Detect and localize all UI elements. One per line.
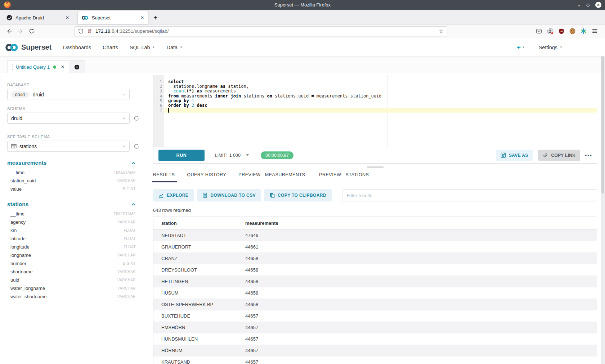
table-icon xyxy=(11,144,17,149)
chevron-down-icon xyxy=(122,145,126,147)
menu-hamburger-icon[interactable] xyxy=(592,28,598,34)
url-path: :32251/superset/sqllab/ xyxy=(118,28,169,34)
table-row: CRANZ 44658 xyxy=(153,253,597,264)
column-name: longitude xyxy=(10,244,30,250)
superset-logo[interactable]: Superset xyxy=(4,43,51,52)
close-query-tab-icon[interactable]: ✕ xyxy=(61,64,64,69)
column-name: uuid xyxy=(10,277,19,283)
new-menu-button[interactable]: +▼ xyxy=(517,44,525,51)
schema-value: druid xyxy=(11,115,122,121)
tab-close-icon[interactable]: ✕ xyxy=(65,15,70,20)
tab-results[interactable]: RESULTS xyxy=(153,172,175,182)
chevron-down-icon: ▼ xyxy=(522,46,525,49)
column-row: __time TIMESTAMP xyxy=(7,168,136,177)
column-header-station[interactable]: station xyxy=(153,217,237,230)
column-type: VARCHAR xyxy=(117,220,136,224)
asterisk-extension-icon[interactable] xyxy=(581,28,587,34)
settings-menu[interactable]: Settings▼ xyxy=(539,45,563,50)
new-tab-icon[interactable]: + xyxy=(153,14,158,21)
file-icon xyxy=(202,193,207,198)
copy-link-button[interactable]: COPY LINK xyxy=(538,150,580,161)
table-row: EMSHÖRN 44657 xyxy=(153,322,597,333)
download-csv-button[interactable]: DOWNLOAD TO CSV xyxy=(197,189,261,201)
editor-line[interactable] xyxy=(164,108,597,113)
cell-station: HETLINGEN xyxy=(153,276,237,287)
cookie-icon[interactable] xyxy=(569,28,575,34)
page-scrollbar[interactable] xyxy=(601,38,605,364)
table-select[interactable]: stations xyxy=(7,141,130,152)
explore-button[interactable]: EXPLORE xyxy=(153,189,194,201)
browser-tab-apache-druid[interactable]: Apache Druid ✕ xyxy=(3,11,73,24)
more-options-icon[interactable]: ••• xyxy=(585,153,592,158)
tab-query-history[interactable]: QUERY HISTORY xyxy=(187,172,226,182)
tab-preview-measurements[interactable]: PREVIEW: `MEASUREMENTS` xyxy=(238,172,307,182)
tab-close-icon[interactable]: ✕ xyxy=(140,15,145,20)
cell-measurements: 44657 xyxy=(237,333,597,345)
cell-measurements: 44658 xyxy=(237,253,597,264)
line-number: 7 xyxy=(153,108,164,113)
tab-preview-stations[interactable]: PREVIEW: `STATIONS` xyxy=(319,172,371,182)
chevron-up-icon[interactable] xyxy=(131,203,135,206)
line-number: 3 xyxy=(153,89,164,94)
browser-tab-superset[interactable]: Superset ✕ xyxy=(78,11,148,24)
druid-favicon xyxy=(6,15,12,21)
close-icon[interactable]: ✕ xyxy=(595,2,601,8)
schema-label: SCHEMA xyxy=(7,106,144,111)
privacy-mask-icon[interactable] xyxy=(547,28,554,35)
schema-select[interactable]: druid xyxy=(7,113,130,124)
url-text[interactable]: 172.18.0.4:32251/superset/sqllab/ xyxy=(95,28,439,34)
pocket-icon[interactable] xyxy=(536,28,542,34)
column-row: water_longname VARCHAR xyxy=(7,284,136,292)
query-tab-untitled-1[interactable]: Untitled Query 1 ✕ xyxy=(7,60,69,73)
minimize-icon[interactable]: ⌄ xyxy=(577,3,581,7)
nav-item-dashboards[interactable]: Dashboards xyxy=(63,45,91,50)
column-type: FLOAT xyxy=(124,237,136,241)
column-type: VARCHAR xyxy=(117,295,136,299)
window-titlebar: Superset — Mozilla Firefox ⌄ ◇ ✕ xyxy=(0,0,605,10)
chevron-down-icon: ▼ xyxy=(152,46,155,49)
column-type: VARCHAR xyxy=(117,179,136,183)
nav-item-charts[interactable]: Charts xyxy=(103,45,118,50)
forward-icon[interactable] xyxy=(15,26,26,36)
scrollbar-thumb[interactable] xyxy=(601,39,604,194)
shield-icon[interactable] xyxy=(78,28,84,34)
column-type: BIGINT xyxy=(123,187,136,191)
chevron-up-icon[interactable] xyxy=(131,162,135,164)
chevron-down-icon xyxy=(122,94,126,96)
save-as-button[interactable]: SAVE AS xyxy=(496,150,533,161)
editor-line[interactable]: from measurements inner join stations on… xyxy=(164,94,597,99)
back-icon[interactable] xyxy=(4,26,15,36)
rows-returned-text: 643 rows returned xyxy=(153,208,597,213)
nav-item-data[interactable]: Data▼ xyxy=(167,45,183,50)
limit-dropdown[interactable]: LIMIT: 1 000 xyxy=(215,153,249,158)
ublock-icon[interactable]: UO xyxy=(559,28,564,34)
editor-line[interactable]: order by 2 desc xyxy=(164,103,597,108)
reload-icon[interactable] xyxy=(26,26,37,36)
cell-station: OSTE-SPERRWERK BP xyxy=(153,299,237,310)
filter-results-input[interactable] xyxy=(342,189,597,201)
drag-handle-icon[interactable] xyxy=(12,64,13,70)
limit-value: 1 000 xyxy=(229,153,241,158)
editor-line[interactable]: group by 1 xyxy=(164,99,597,103)
table-row: HUNDSMÜHLEN 44657 xyxy=(153,333,597,345)
bookmark-star-icon[interactable]: ☆ xyxy=(439,28,444,35)
run-button[interactable]: RUN xyxy=(158,150,205,161)
table-section-header-stations[interactable]: stations xyxy=(7,201,135,208)
maximize-icon[interactable]: ◇ xyxy=(586,3,590,7)
superset-favicon xyxy=(81,15,89,20)
add-query-tab-button[interactable] xyxy=(69,60,85,73)
database-select[interactable]: druid druid xyxy=(7,89,130,100)
refresh-icon[interactable] xyxy=(134,115,139,121)
table-section-header-measurements[interactable]: measurements xyxy=(7,160,135,166)
table-row: OSTE-SPERRWERK BP 44658 xyxy=(153,299,597,310)
insecure-lock-icon[interactable] xyxy=(87,28,92,34)
column-header-measurements[interactable]: measurements xyxy=(237,217,597,230)
copy-clipboard-button[interactable]: COPY TO CLIPBOARD xyxy=(264,189,332,201)
nav-item-sql-lab[interactable]: SQL Lab▼ xyxy=(130,45,155,50)
tab-title: Apache Druid xyxy=(15,15,65,21)
pane-resize-handle[interactable] xyxy=(367,166,384,168)
url-bar[interactable]: 172.18.0.4:32251/superset/sqllab/ ☆ xyxy=(75,26,447,36)
plus-circle-icon xyxy=(74,64,80,70)
sql-editor[interactable]: 1234567 select stations.longname as stat… xyxy=(153,75,597,147)
refresh-icon[interactable] xyxy=(134,144,139,149)
